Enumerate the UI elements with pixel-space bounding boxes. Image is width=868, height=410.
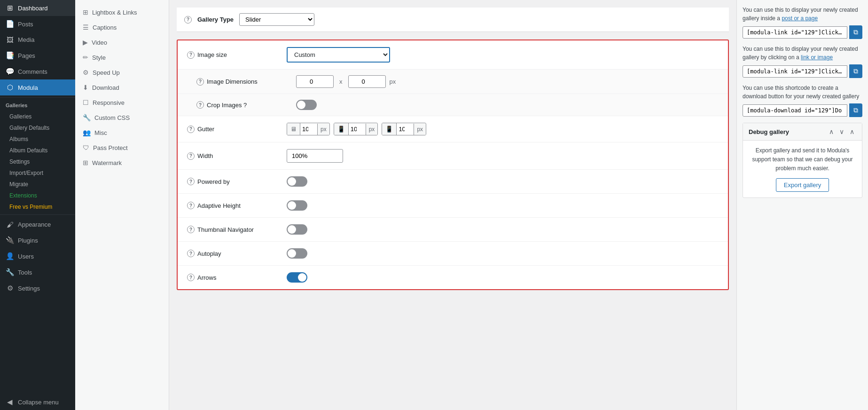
shortcode-download-input[interactable] — [743, 104, 847, 117]
width-input[interactable] — [287, 149, 343, 163]
shortcode-link-copy-button[interactable]: ⧉ — [849, 64, 862, 78]
debug-collapse-up-button[interactable]: ∧ — [827, 127, 836, 136]
crop-images-help-icon[interactable]: ? — [196, 101, 204, 109]
sidebar-item-pages[interactable]: 📑 Pages — [0, 47, 75, 63]
sidebar-item-users[interactable]: 👤 Users — [0, 248, 75, 264]
galleries-section-title: Galleries — [0, 100, 75, 111]
sidebar-item-albums[interactable]: Albums — [4, 134, 75, 145]
powered-by-help-icon[interactable]: ? — [187, 178, 195, 185]
thumbnail-navigator-toggle[interactable] — [287, 224, 307, 235]
sidebar-item-comments-label: Comments — [18, 68, 47, 75]
shortcode-link-box: You can use this to display your newly c… — [743, 45, 862, 78]
powered-by-toggle[interactable] — [287, 176, 307, 187]
shortcode-link-link[interactable]: link or image — [801, 54, 833, 61]
wp-admin-sidebar: ⊞ Dashboard 📄 Posts 🖼 Media 📑 Pages 💬 Co… — [0, 0, 75, 410]
debug-header: Debug gallery ∧ ∨ ∧ — [743, 123, 862, 141]
gallery-type-select[interactable]: Slider Grid Masonry — [239, 13, 314, 26]
adaptive-height-row: ? Adaptive Height — [178, 194, 728, 218]
nav-captions[interactable]: ☰ Captions — [75, 20, 169, 35]
debug-body: Export gallery and send it to Modula's s… — [743, 141, 862, 197]
autoplay-track — [287, 248, 307, 259]
nav-lightbox[interactable]: ⊞ Lightbox & Links — [75, 5, 169, 20]
thumbnail-navigator-help-icon[interactable]: ? — [187, 226, 195, 233]
free-vs-premium-label: Free vs Premium — [9, 204, 52, 210]
sidebar-item-modula[interactable]: ⬡ Modula — [0, 79, 75, 95]
nav-style[interactable]: ✏ Style — [75, 50, 169, 65]
export-gallery-button[interactable]: Export gallery — [776, 178, 829, 192]
shortcode-basic-copy-button[interactable]: ⧉ — [849, 25, 862, 39]
gutter-control: 🖥 px 📱 px 📱 px — [287, 123, 426, 135]
sidebar-item-migrate[interactable]: Migrate — [4, 179, 75, 190]
nav-download[interactable]: ⬇ Download — [75, 80, 169, 95]
album-defaults-label: Album Defaults — [9, 147, 47, 154]
sidebar-item-settings-bottom[interactable]: ⚙ Settings — [0, 280, 75, 296]
sidebar-item-album-defaults[interactable]: Album Defaults — [4, 145, 75, 156]
gallery-type-label: Gallery Type — [197, 16, 234, 23]
gutter-help-icon[interactable]: ? — [187, 126, 195, 133]
nav-watermark-label: Watermark — [92, 159, 122, 166]
gutter-tablet-input[interactable] — [349, 123, 366, 135]
sidebar-item-galleries[interactable]: Galleries — [4, 111, 75, 122]
sidebar-item-dashboard[interactable]: ⊞ Dashboard — [0, 0, 75, 16]
autoplay-help-icon[interactable]: ? — [187, 250, 195, 257]
sidebar-item-collapse[interactable]: ◀ Collapse menu — [0, 394, 75, 410]
image-size-select[interactable]: Custom Thumbnail Medium Large Full — [287, 47, 390, 63]
shortcode-link-input[interactable] — [743, 65, 847, 78]
nav-video[interactable]: ▶ Video — [75, 35, 169, 50]
nav-responsive[interactable]: ☐ Responsive — [75, 95, 169, 110]
nav-watermark[interactable]: ⊞ Watermark — [75, 155, 169, 170]
sidebar-item-posts[interactable]: 📄 Posts — [0, 16, 75, 32]
width-help-icon[interactable]: ? — [187, 152, 195, 160]
arrows-help-icon[interactable]: ? — [187, 274, 195, 281]
adaptive-height-toggle[interactable] — [287, 200, 307, 211]
sidebar-item-comments[interactable]: 💬 Comments — [0, 63, 75, 79]
crop-images-toggle[interactable] — [296, 100, 317, 110]
gutter-desktop-input[interactable] — [300, 123, 317, 135]
sidebar-item-gallery-defaults[interactable]: Gallery Defaults — [4, 122, 75, 134]
sidebar-item-media[interactable]: 🖼 Media — [0, 32, 75, 47]
nav-pass-protect[interactable]: 🛡 Pass Protect — [75, 140, 169, 155]
plugins-icon: 🔌 — [6, 236, 14, 244]
image-size-label: Image size — [197, 51, 227, 58]
gutter-mobile-input[interactable] — [397, 123, 414, 135]
arrows-toggle[interactable] — [287, 272, 307, 283]
sidebar-item-appearance[interactable]: 🖌 Appearance — [0, 217, 75, 232]
nav-pass-protect-label: Pass Protect — [93, 144, 128, 151]
adaptive-height-label-group: ? Adaptive Height — [187, 202, 281, 209]
debug-collapse-down-button[interactable]: ∨ — [837, 127, 846, 136]
main-content: ? Gallery Type Slider Grid Masonry ? Ima… — [169, 0, 736, 410]
shortcode-basic-input[interactable] — [743, 26, 847, 39]
shortcode-basic-link[interactable]: post or a page — [782, 15, 818, 22]
sidebar-item-free-vs-premium[interactable]: Free vs Premium — [4, 201, 75, 213]
crop-images-label-group: ? Crop Images ? — [196, 101, 290, 109]
image-dimensions-help-icon[interactable]: ? — [196, 78, 204, 86]
sidebar-item-plugins[interactable]: 🔌 Plugins — [0, 232, 75, 248]
sidebar-item-tools[interactable]: 🔧 Tools — [0, 264, 75, 280]
pages-icon: 📑 — [6, 51, 14, 60]
arrows-label-group: ? Arrows — [187, 274, 281, 281]
sidebar-item-extensions[interactable]: Extensions — [4, 190, 75, 201]
nav-custom-css[interactable]: 🔧 Custom CSS — [75, 110, 169, 125]
sidebar-item-settings[interactable]: Settings — [4, 156, 75, 167]
nav-misc[interactable]: 👥 Misc — [75, 125, 169, 140]
image-size-help-icon[interactable]: ? — [187, 51, 195, 59]
sidebar-item-users-label: Users — [18, 253, 34, 260]
nav-speed-up[interactable]: ⚙ Speed Up — [75, 65, 169, 80]
sidebar-item-import-export[interactable]: Import/Export — [4, 167, 75, 179]
gutter-label: Gutter — [197, 126, 214, 133]
image-width-input[interactable] — [296, 75, 334, 88]
image-height-input[interactable] — [348, 75, 386, 88]
powered-by-track — [287, 176, 307, 187]
debug-expand-button[interactable]: ∧ — [848, 127, 856, 136]
gallery-type-help-icon[interactable]: ? — [184, 16, 192, 24]
debug-description: Export gallery and send it to Modula's s… — [749, 146, 856, 173]
shortcode-download-copy-button[interactable]: ⧉ — [849, 103, 862, 117]
autoplay-toggle[interactable] — [287, 248, 307, 259]
arrows-thumb — [298, 273, 306, 282]
sidebar-item-modula-label: Modula — [18, 84, 38, 91]
debug-section: Debug gallery ∧ ∨ ∧ Export gallery and s… — [743, 123, 862, 198]
speed-up-icon: ⚙ — [83, 69, 89, 76]
arrows-track — [287, 272, 307, 283]
adaptive-height-help-icon[interactable]: ? — [187, 202, 195, 209]
nav-misc-label: Misc — [94, 129, 107, 136]
